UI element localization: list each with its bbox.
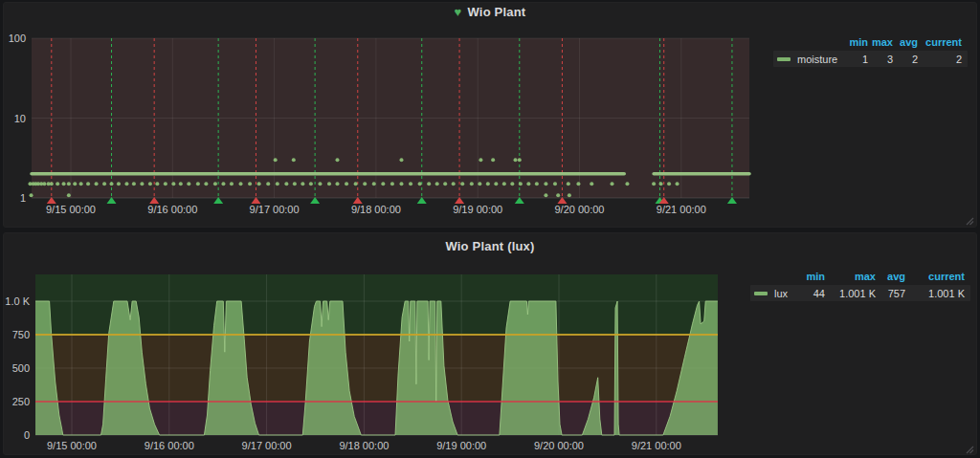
axis-tick-label: 100 xyxy=(9,33,26,44)
panel-resize-handle[interactable] xyxy=(967,447,973,453)
moisture-point xyxy=(491,158,495,162)
axis-tick-label: 9/15 00:00 xyxy=(47,440,97,451)
axis-tick-label: 9/18 00:00 xyxy=(351,204,401,215)
legend-col-avg[interactable]: avg xyxy=(876,271,905,282)
moisture-point xyxy=(221,182,225,185)
moisture-point xyxy=(519,182,523,185)
legend-header: min max avg current xyxy=(750,270,970,283)
moisture-point xyxy=(79,182,83,185)
moisture-point xyxy=(155,182,159,185)
moisture-point xyxy=(625,182,629,185)
grafana-dashboard: { "colors": { "page_bg": "#161719", "pan… xyxy=(0,0,980,458)
axis-tick-label: 1.0 K xyxy=(5,295,30,307)
legend-col-avg[interactable]: avg xyxy=(893,36,918,48)
legend-min-value: 44 xyxy=(796,288,825,299)
moisture-point xyxy=(309,182,313,185)
moisture-point xyxy=(196,182,200,185)
moisture-point xyxy=(452,182,456,185)
panel-title-lux[interactable]: Wio Plant (lux) xyxy=(0,239,980,253)
axis-tick-label: 250 xyxy=(12,396,30,407)
moisture-point xyxy=(248,182,252,185)
moisture-point xyxy=(67,193,71,197)
moisture-point xyxy=(418,182,422,185)
moisture-point xyxy=(667,182,671,185)
moisture-point xyxy=(460,182,464,185)
legend-series-label[interactable]: moisture xyxy=(797,54,837,65)
axis-tick-label: 9/20 00:00 xyxy=(555,204,605,215)
moisture-point xyxy=(659,182,663,185)
legend-col-current[interactable]: current xyxy=(905,271,965,282)
moisture-point xyxy=(518,158,522,162)
moisture-point xyxy=(676,182,679,185)
legend-row-moisture: moisture 1 3 2 2 xyxy=(773,51,968,67)
legend-max-value: 3 xyxy=(868,54,893,65)
moisture-point xyxy=(266,182,270,185)
moisture-point xyxy=(535,182,539,185)
axis-tick-label: 9/18 00:00 xyxy=(339,440,389,451)
moisture-point xyxy=(327,182,331,185)
moisture-point xyxy=(544,182,547,185)
moisture-point xyxy=(486,182,490,185)
axis-tick-label: 500 xyxy=(12,362,30,374)
series-swatch[interactable] xyxy=(754,292,768,295)
legend-col-min[interactable]: min xyxy=(849,36,868,48)
moisture-point xyxy=(171,182,175,185)
moisture-point xyxy=(514,158,518,162)
axis-tick-label: 9/16 00:00 xyxy=(145,440,194,451)
moisture-point xyxy=(67,182,71,185)
moisture-point xyxy=(567,182,570,185)
moisture-point xyxy=(510,182,514,185)
moisture-point xyxy=(56,182,59,185)
legend-col-max[interactable]: max xyxy=(825,271,876,282)
moisture-point xyxy=(399,158,403,162)
moisture-point xyxy=(117,182,121,185)
moisture-point xyxy=(50,182,54,185)
moisture-point xyxy=(95,182,99,185)
moisture-point xyxy=(73,182,77,185)
moisture-point xyxy=(276,182,279,185)
panel-title-moisture[interactable]: ♥Wio Plant xyxy=(0,5,980,19)
moisture-point xyxy=(336,182,340,185)
axis-tick-label: 9/21 00:00 xyxy=(657,204,706,215)
moisture-point xyxy=(479,158,482,162)
axis-tick-label: 9/20 00:00 xyxy=(534,440,584,451)
axis-tick-label: 9/17 00:00 xyxy=(242,440,292,451)
axis-tick-label: 9/17 00:00 xyxy=(250,204,300,215)
axis-tick-label: 1 xyxy=(20,192,26,204)
moisture-point xyxy=(427,182,431,185)
moisture-point xyxy=(110,182,114,185)
axis-tick-label: 9/16 00:00 xyxy=(147,204,197,215)
series-swatch[interactable] xyxy=(777,57,791,61)
legend-col-max[interactable]: max xyxy=(868,36,893,48)
moisture-point xyxy=(204,182,208,185)
legend-header: min max avg current xyxy=(773,35,968,49)
moisture-point xyxy=(372,182,376,185)
moisture-point xyxy=(478,182,481,185)
moisture-point xyxy=(179,182,183,185)
axis-tick-label: 9/19 00:00 xyxy=(453,204,502,215)
moisture-point xyxy=(494,182,498,185)
legend-current-value: 1.001 K xyxy=(905,288,965,299)
moisture-point xyxy=(345,182,348,185)
moisture-point xyxy=(124,182,128,185)
legend-max-value: 1.001 K xyxy=(825,288,876,299)
axis-tick-label: 0 xyxy=(24,429,30,441)
moisture-point xyxy=(556,193,560,197)
moisture-point xyxy=(544,193,547,197)
panel-resize-handle[interactable] xyxy=(967,218,973,225)
legend-moisture: min max avg current moisture 1 3 2 2 xyxy=(773,35,968,67)
moisture-point xyxy=(399,182,403,185)
legend-col-current[interactable]: current xyxy=(918,36,962,48)
legend-col-min[interactable]: min xyxy=(796,271,825,282)
legend-min-value: 1 xyxy=(849,54,868,65)
moisture-point xyxy=(390,182,394,185)
moisture-point xyxy=(576,182,580,185)
moisture-point xyxy=(164,182,167,185)
moisture-point xyxy=(292,158,296,162)
legend-avg-value: 2 xyxy=(893,54,918,65)
moisture-point xyxy=(274,158,278,162)
lux-chart[interactable]: 9/15 00:009/16 00:009/17 00:009/18 00:00… xyxy=(0,230,980,458)
legend-series-label[interactable]: lux xyxy=(774,288,788,299)
legend-avg-value: 757 xyxy=(876,288,905,299)
moisture-point xyxy=(42,182,46,185)
